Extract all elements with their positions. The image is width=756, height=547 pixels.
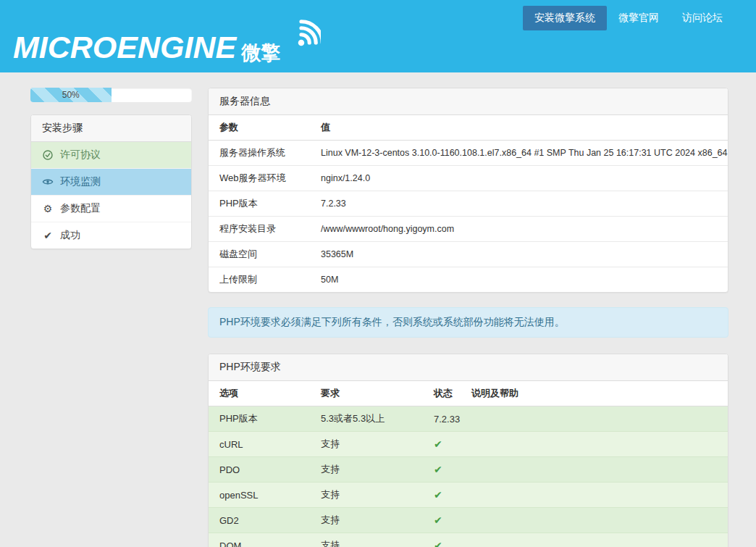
help-cell [464, 457, 728, 483]
check-icon: ✔ [42, 230, 54, 241]
steps-panel: 安装步骤 许可协议 环境监测 ⚙ [30, 114, 192, 249]
param-cell: 服务器操作系统 [209, 141, 314, 166]
server-info-table: 参数 值 服务器操作系统 Linux VM-12-3-centos 3.10.0… [209, 115, 728, 292]
eye-icon [42, 176, 54, 188]
table-row: 上传限制 50M [209, 267, 728, 293]
help-header-cell: 说明及帮助 [464, 381, 728, 406]
requirement-cell: 5.3或者5.3以上 [314, 406, 429, 432]
option-cell: PDO [209, 457, 314, 483]
value-cell: 7.2.33 [314, 191, 728, 217]
server-info-panel: 服务器信息 参数 值 服务器操作系统 Linux VM-12-3-centos … [208, 88, 728, 293]
step-label: 参数配置 [60, 202, 101, 215]
sidebar-item-success[interactable]: ✔ 成功 [31, 222, 191, 249]
server-info-title: 服务器信息 [209, 88, 728, 115]
nav-install-system-button[interactable]: 安装微擎系统 [523, 6, 607, 30]
table-row: 磁盘空间 35365M [209, 242, 728, 267]
param-cell: 上传限制 [209, 267, 314, 293]
step-label: 许可协议 [60, 149, 101, 162]
sidebar-item-license[interactable]: 许可协议 [31, 142, 191, 168]
microengine-logo: MICROENGINE 微擎 [13, 22, 321, 63]
progress-label: 50% [62, 90, 80, 100]
progress-bar-fill: 50% [30, 88, 112, 102]
status-check-icon: ✔ [429, 483, 464, 508]
sidebar-item-environment[interactable]: 环境监测 [31, 168, 191, 195]
requirement-header-cell: 要求 [314, 381, 429, 406]
help-cell [464, 432, 728, 457]
requirement-cell: 支持 [314, 457, 429, 483]
php-requirements-table: 选项 要求 状态 说明及帮助 PHP版本 5.3或者5.3以上 7.2.33 c… [209, 381, 728, 547]
php-requirements-title: PHP环境要求 [209, 354, 728, 381]
php-requirements-alert: PHP环境要求必须满足下列所有条件，否则系统或系统部份功能将无法使用。 [208, 307, 728, 338]
status-cell: 7.2.33 [429, 406, 464, 432]
nav-official-site-button[interactable]: 微擎官网 [607, 6, 671, 30]
install-progress: 50% [30, 88, 192, 102]
requirement-cell: 支持 [314, 533, 429, 547]
help-cell [464, 406, 728, 432]
value-cell: nginx/1.24.0 [314, 166, 728, 191]
value-cell: 35365M [314, 242, 728, 267]
param-cell: 磁盘空间 [209, 242, 314, 267]
param-cell: PHP版本 [209, 191, 314, 217]
status-check-icon: ✔ [429, 533, 464, 547]
top-nav: 安装微擎系统 微擎官网 访问论坛 [523, 6, 734, 30]
main-area: 服务器信息 参数 值 服务器操作系统 Linux VM-12-3-centos … [208, 88, 728, 547]
value-cell: /www/wwwroot/hong.yigoym.com [314, 217, 728, 242]
table-row: GD2 支持 ✔ [209, 508, 728, 533]
php-requirements-panel: PHP环境要求 选项 要求 状态 说明及帮助 PHP版本 5.3或者5.3以上 … [208, 354, 728, 547]
wifi-signal-icon [282, 10, 321, 51]
step-label: 环境监测 [60, 175, 101, 188]
requirement-cell: 支持 [314, 432, 429, 457]
status-header-cell: 状态 [429, 381, 464, 406]
page-header: MICROENGINE 微擎 安装微擎系统 微擎官网 访问论坛 [0, 0, 756, 72]
option-header-cell: 选项 [209, 381, 314, 406]
table-row: openSSL 支持 ✔ [209, 483, 728, 508]
table-row: 程序安装目录 /www/wwwroot/hong.yigoym.com [209, 217, 728, 242]
table-header-row: 选项 要求 状态 说明及帮助 [209, 381, 728, 406]
help-cell [464, 483, 728, 508]
value-cell: Linux VM-12-3-centos 3.10.0-1160.108.1.e… [314, 141, 728, 166]
requirement-cell: 支持 [314, 483, 429, 508]
status-check-icon: ✔ [429, 457, 464, 483]
sidebar: 50% 安装步骤 许可协议 环境监测 [30, 88, 192, 249]
content-area: 50% 安装步骤 许可协议 环境监测 [0, 72, 756, 547]
table-row: 服务器操作系统 Linux VM-12-3-centos 3.10.0-1160… [209, 141, 728, 166]
option-cell: DOM [209, 533, 314, 547]
table-header-row: 参数 值 [209, 115, 728, 141]
value-header-cell: 值 [314, 115, 728, 141]
param-header-cell: 参数 [209, 115, 314, 141]
help-cell [464, 533, 728, 547]
table-row: PHP版本 5.3或者5.3以上 7.2.33 [209, 406, 728, 432]
help-cell [464, 508, 728, 533]
steps-panel-title: 安装步骤 [31, 115, 191, 142]
logo-cn-text: 微擎 [241, 43, 280, 63]
status-check-icon: ✔ [429, 508, 464, 533]
step-label: 成功 [60, 229, 80, 242]
option-cell: PHP版本 [209, 406, 314, 432]
sidebar-item-configuration[interactable]: ⚙ 参数配置 [31, 195, 191, 222]
table-row: PHP版本 7.2.33 [209, 191, 728, 217]
logo-text: MICROENGINE [13, 32, 236, 63]
table-row: cURL 支持 ✔ [209, 432, 728, 457]
gear-icon: ⚙ [42, 203, 54, 214]
table-row: DOM 支持 ✔ [209, 533, 728, 547]
check-circle-icon [42, 149, 54, 161]
option-cell: cURL [209, 432, 314, 457]
value-cell: 50M [314, 267, 728, 293]
table-row: PDO 支持 ✔ [209, 457, 728, 483]
option-cell: GD2 [209, 508, 314, 533]
status-check-icon: ✔ [429, 432, 464, 457]
param-cell: 程序安装目录 [209, 217, 314, 242]
option-cell: openSSL [209, 483, 314, 508]
nav-forum-button[interactable]: 访问论坛 [671, 6, 734, 30]
param-cell: Web服务器环境 [209, 166, 314, 191]
table-row: Web服务器环境 nginx/1.24.0 [209, 166, 728, 191]
requirement-cell: 支持 [314, 508, 429, 533]
